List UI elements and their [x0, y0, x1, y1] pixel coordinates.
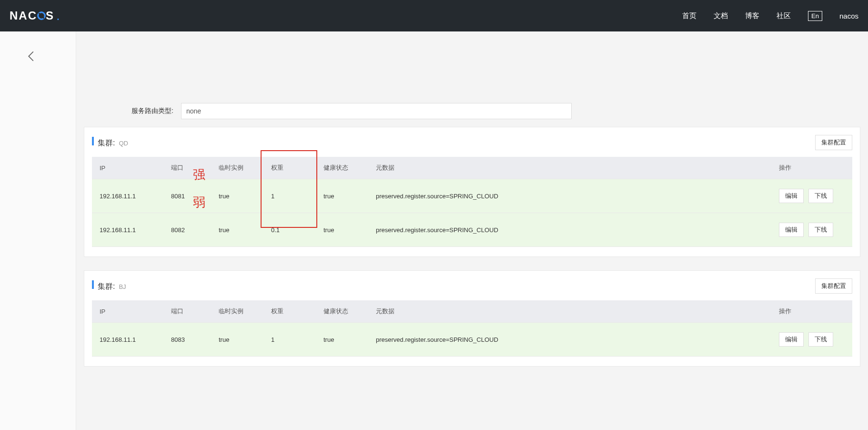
th-ephemeral: 临时实例	[211, 157, 263, 179]
cell-ip: 192.168.11.1	[92, 179, 163, 213]
route-panel: 服务路由类型:	[84, 103, 860, 119]
sidebar	[0, 31, 76, 430]
nav-community[interactable]: 社区	[777, 11, 791, 20]
cell-ephemeral: true	[211, 323, 263, 357]
app-header: NACS . 首页 文档 博客 社区 En nacos	[0, 0, 868, 31]
cluster-label: 集群:	[98, 138, 115, 148]
cluster-panel-bj: 集群: BJ 集群配置 IP 端口 临时实例 权重 健康状态 元数据	[84, 270, 860, 367]
th-health: 健康状态	[316, 300, 368, 323]
cluster-label: 集群:	[98, 282, 115, 292]
th-metadata: 元数据	[368, 157, 771, 179]
logo-dot-icon: .	[56, 8, 60, 23]
cluster-config-button[interactable]: 集群配置	[815, 278, 852, 294]
cell-metadata: preserved.register.source=SPRING_CLOUD	[368, 179, 771, 213]
cell-weight: 0.1	[263, 213, 316, 247]
th-ip: IP	[92, 157, 163, 179]
cluster-panel-qd: 集群: QD 集群配置 IP 端口 临时实例 权重 健康状态 元数据	[84, 127, 860, 257]
th-metadata: 元数据	[368, 300, 771, 323]
cell-ephemeral: true	[211, 179, 263, 213]
offline-button[interactable]: 下线	[808, 332, 833, 347]
cell-ops: 编辑 下线	[771, 323, 852, 357]
chevron-left-icon	[27, 51, 35, 62]
lang-toggle[interactable]: En	[808, 11, 822, 21]
offline-button[interactable]: 下线	[808, 223, 833, 237]
header-nav: 首页 文档 博客 社区 En nacos	[682, 11, 858, 21]
cell-metadata: preserved.register.source=SPRING_CLOUD	[368, 213, 771, 247]
nav-blog[interactable]: 博客	[745, 11, 759, 20]
route-type-input[interactable]	[181, 103, 572, 119]
edit-button[interactable]: 编辑	[779, 223, 804, 237]
logo-o-icon	[36, 10, 47, 21]
instance-table-qd: IP 端口 临时实例 权重 健康状态 元数据 操作 192.168.11.1 8…	[92, 157, 852, 247]
main-content: 服务路由类型: 集群: QD 集群配置 IP	[76, 31, 868, 430]
cell-ip: 192.168.11.1	[92, 213, 163, 247]
cluster-name: QD	[119, 140, 128, 147]
cell-port: 8081	[163, 179, 211, 213]
cell-ephemeral: true	[211, 213, 263, 247]
route-type-label: 服务路由类型:	[131, 107, 173, 115]
offline-button[interactable]: 下线	[808, 189, 833, 203]
table-row: 192.168.11.1 8082 true 0.1 true preserve…	[92, 213, 852, 247]
cluster-name: BJ	[119, 283, 126, 290]
cell-ip: 192.168.11.1	[92, 323, 163, 357]
nav-home[interactable]: 首页	[682, 11, 696, 20]
cell-health: true	[316, 323, 368, 357]
cell-ops: 编辑 下线	[771, 179, 852, 213]
cell-weight: 1	[263, 179, 316, 213]
cell-health: true	[316, 179, 368, 213]
edit-button[interactable]: 编辑	[779, 332, 804, 347]
back-button[interactable]	[0, 51, 76, 65]
th-weight: 权重	[263, 157, 316, 179]
edit-button[interactable]: 编辑	[779, 189, 804, 203]
th-port: 端口	[163, 300, 211, 323]
cell-ops: 编辑 下线	[771, 213, 852, 247]
cell-port: 8083	[163, 323, 211, 357]
th-port: 端口	[163, 157, 211, 179]
cluster-title-bar-icon	[92, 280, 94, 289]
cluster-config-button[interactable]: 集群配置	[815, 135, 852, 150]
logo-text: NACS	[10, 9, 54, 22]
nav-docs[interactable]: 文档	[714, 11, 728, 20]
cell-port: 8082	[163, 213, 211, 247]
th-ops: 操作	[771, 300, 852, 323]
cell-weight: 1	[263, 323, 316, 357]
th-ephemeral: 临时实例	[211, 300, 263, 323]
table-row: 192.168.11.1 8081 true 1 true preserved.…	[92, 179, 852, 213]
instance-table-bj: IP 端口 临时实例 权重 健康状态 元数据 操作 192.168.11.1 8…	[92, 300, 852, 357]
th-ip: IP	[92, 300, 163, 323]
table-row: 192.168.11.1 8083 true 1 true preserved.…	[92, 323, 852, 357]
cell-health: true	[316, 213, 368, 247]
logo: NACS .	[10, 8, 60, 23]
cluster-title-bar-icon	[92, 137, 94, 145]
user-name[interactable]: nacos	[839, 12, 858, 20]
th-health: 健康状态	[316, 157, 368, 179]
th-ops: 操作	[771, 157, 852, 179]
cell-metadata: preserved.register.source=SPRING_CLOUD	[368, 323, 771, 357]
th-weight: 权重	[263, 300, 316, 323]
